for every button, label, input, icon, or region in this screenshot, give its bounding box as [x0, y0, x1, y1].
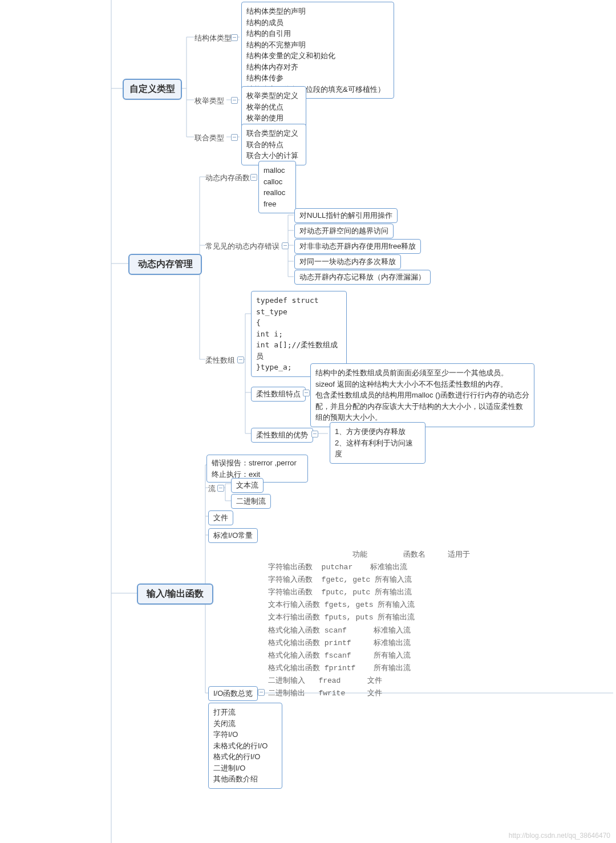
flex-props-label[interactable]: 柔性数组特点	[251, 387, 306, 402]
branch-union-type[interactable]: 联合类型	[194, 133, 224, 143]
mindmap-canvas: 自定义类型 结构体类型 结构体类型的声明 结构的成员 结构的自引用 结构的不完整…	[0, 0, 616, 843]
toggle-icon[interactable]	[311, 431, 318, 437]
enum-items: 枚举类型的定义 枚举的优点 枚举的使用	[241, 86, 306, 128]
branch-mem-errors[interactable]: 常见见的动态内存错误	[205, 241, 279, 252]
mem-error-2: 对动态开辟空间的越界访问	[294, 224, 394, 238]
struct-items: 结构体类型的声明 结构的成员 结构的自引用 结构的不完整声明 结构体变量的定义和…	[241, 2, 394, 99]
flex-adv-label[interactable]: 柔性数组的优势	[251, 428, 313, 443]
mem-error-1: 对NULL指针的解引用用操作	[294, 208, 398, 223]
branch-enum-type[interactable]: 枚举类型	[194, 96, 224, 106]
node-label: 自定义类型	[129, 84, 175, 94]
stream-binary: 二进制流	[231, 494, 271, 509]
root-io-funcs[interactable]: 输入/输出函数	[137, 583, 213, 605]
node-label: 动态内存管理	[138, 259, 193, 269]
branch-struct-type[interactable]: 结构体类型	[194, 33, 232, 43]
branch-flex-array[interactable]: 柔性数组	[205, 355, 235, 366]
toggle-icon[interactable]	[231, 34, 238, 41]
toggle-icon[interactable]	[217, 485, 224, 492]
mem-func-items: malloc calloc realloc free	[258, 161, 296, 213]
toggle-icon[interactable]	[303, 390, 310, 396]
node-label: 输入/输出函数	[147, 589, 204, 598]
branch-file[interactable]: 文件	[208, 510, 233, 525]
toggle-icon[interactable]	[282, 242, 289, 249]
root-dynamic-memory[interactable]: 动态内存管理	[128, 254, 202, 275]
toggle-icon[interactable]	[250, 174, 257, 181]
mem-error-4: 对同一一块动态内存多次释放	[294, 254, 401, 269]
watermark-text: http://blog.csdn.net/qq_38646470	[509, 832, 610, 840]
mem-error-3: 对非非动态开辟内存使用用free释放	[294, 239, 421, 254]
mem-error-5: 动态开辟内存忘记释放（内存泄漏漏）	[294, 270, 431, 285]
toggle-icon[interactable]	[231, 97, 238, 104]
branch-mem-funcs[interactable]: 动态内存函数	[205, 173, 250, 183]
io-overview-items: 打开流 关闭流 字符I/O 未格式化的行I/O 格式化的行I/O 二进制I/O …	[208, 703, 282, 789]
branch-io-const[interactable]: 标准I/O常量	[208, 528, 258, 543]
toggle-icon[interactable]	[258, 689, 265, 696]
io-func-table: 功能 函数名 适用于 字符输出函数 putchar 标准输出流 字符输入函数 f…	[268, 549, 470, 700]
root-custom-types[interactable]: 自定义类型	[123, 79, 182, 100]
flex-adv-text: 1、方方便便内存释放 2、这样有利利于访问速度	[330, 422, 425, 464]
toggle-icon[interactable]	[231, 134, 238, 141]
toggle-icon[interactable]	[237, 356, 244, 363]
stream-text: 文本流	[231, 478, 264, 493]
branch-stream[interactable]: 流	[208, 484, 216, 494]
flex-props-text: 结构中的柔性数组成员前面面必须至至少一一个其他成员。 sizeof 返回的这种结…	[310, 363, 534, 427]
branch-io-overview[interactable]: I/O函数总览	[208, 686, 258, 701]
union-items: 联合类型的定义 联合的特点 联合大小的计算	[241, 124, 306, 165]
